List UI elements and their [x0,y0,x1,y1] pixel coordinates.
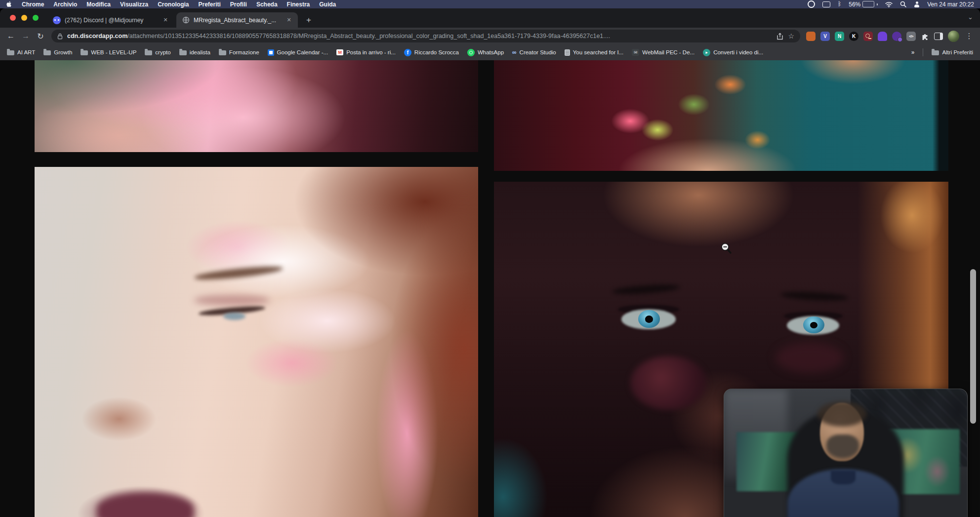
user-switch-icon[interactable] [914,1,920,7]
bookmark-label: Formazione [229,49,259,55]
v-extension-icon[interactable]: V [820,32,830,41]
right-eye-shape [787,316,839,335]
eyebrow-shape [780,290,849,302]
bookmark-folder-idealista[interactable]: idealista [179,49,210,55]
webcam-overlay [724,389,968,517]
bookmarks-overflow-chevron[interactable]: » [911,49,915,56]
facebook-icon: f [404,49,411,56]
whatsapp-icon [467,49,475,56]
bluetooth-icon[interactable]: ᛒ [838,0,841,8]
bookmark-gmail-inbox[interactable]: MPosta in arrivo - ri... [336,49,396,55]
menu-item-visualizza[interactable]: Visualizza [120,1,148,8]
other-bookmarks-folder[interactable]: Altri Preferiti [932,49,973,55]
zoom-window-button[interactable] [33,15,39,21]
spotlight-search-icon[interactable] [900,1,906,7]
profile-avatar[interactable] [948,31,959,42]
folder-icon [7,50,14,55]
bookmark-creator-studio[interactable]: ∞Creator Studio [512,49,556,55]
bookmark-facebook-profile[interactable]: fRiccardo Scrocca [404,49,459,56]
menu-item-cronologia[interactable]: Cronologia [158,1,189,8]
bookmark-folder-web-level-up[interactable]: WEB - LEVEL-UP [81,49,136,55]
reload-button[interactable]: ↻ [34,29,47,43]
code-extension-icon[interactable]: </> [906,32,916,41]
url-text[interactable]: cdn.discordapp.com/attachments/101351233… [67,33,772,40]
eyeshadow-shape [194,295,270,306]
midjourney-image-bottom-left-face-profile[interactable] [35,167,478,517]
share-icon[interactable] [776,33,783,40]
bookmark-label: Riccardo Scrocca [414,49,459,55]
battery-indicator[interactable]: 56% [849,1,878,8]
iris-shape [223,313,245,320]
menu-item-modifica[interactable]: Modifica [86,1,111,8]
bookmark-you-searched[interactable]: You searched for I... [565,49,624,56]
folder-icon [932,50,939,55]
n-extension-icon[interactable]: N [835,32,844,41]
toolbar: ← → ↻ cdn.discordapp.com/attachments/101… [0,28,980,44]
bookmark-folder-crypto[interactable]: crypto [145,49,170,55]
extensions-row: V N K </> ⋮ [806,31,974,42]
extensions-puzzle-icon[interactable] [921,32,929,40]
bookmark-folder-ai-art[interactable]: AI ART [7,49,35,55]
tab-image-active[interactable]: MRregista_Abstract_beauty._... ✕ [176,12,298,28]
close-window-button[interactable] [10,15,16,21]
menu-item-finestra[interactable]: Finestra [287,1,310,8]
bookmark-label: WebMail PEC - De... [642,49,694,55]
menubar-clock[interactable]: Ven 24 mar 20:22 [927,1,974,8]
tab-label: (2762) Discord | @Midjourney [65,17,158,24]
bookmark-label: You searched for I... [573,49,624,55]
tab-close-icon[interactable]: ✕ [285,16,293,24]
menu-item-profili[interactable]: Profili [230,1,247,8]
wifi-icon[interactable] [885,1,893,7]
lips-shape [97,492,195,517]
bookmark-folder-growth[interactable]: Growth [43,49,72,55]
webmail-icon: ✉ [632,49,639,56]
midjourney-image-top-left[interactable] [35,60,478,152]
page-icon [565,49,570,56]
bookmark-label: crypto [155,49,170,55]
record-icon[interactable] [808,0,815,8]
battery-tip [877,3,878,5]
display-mirroring-icon[interactable] [822,1,830,7]
tab-discord[interactable]: (2762) Discord | @Midjourney ✕ [47,12,174,28]
battery-percent: 56% [849,1,860,8]
scrollbar-thumb[interactable] [970,269,976,424]
k-extension-icon[interactable]: K [849,32,858,41]
menu-item-preferiti[interactable]: Preferiti [199,1,221,8]
eyebrow-shape [612,283,681,296]
bookmark-google-calendar[interactable]: Google Calendar -... [268,49,328,56]
bookmark-converti-video[interactable]: ▸Converti i video di... [703,49,763,56]
bookmark-label: AI ART [17,49,35,55]
bookmark-label: Posta in arrivo - ri... [346,49,396,55]
badge-extension-icon[interactable] [892,32,901,41]
side-panel-icon[interactable] [934,33,943,40]
eyelash-shape [199,305,265,317]
folder-icon [179,50,187,55]
bookmark-star-icon[interactable]: ☆ [788,32,794,40]
apple-logo-icon[interactable] [6,1,12,7]
forward-button[interactable]: → [19,29,33,43]
bookmark-folder-formazione[interactable]: Formazione [219,49,259,55]
lock-icon[interactable] [57,33,63,40]
menu-item-chrome[interactable]: Chrome [22,1,44,8]
minimize-window-button[interactable] [21,15,27,21]
midjourney-image-top-right[interactable] [494,60,948,171]
back-button[interactable]: ← [4,29,18,43]
tab-close-icon[interactable]: ✕ [162,16,169,24]
bookmark-whatsapp[interactable]: WhatsApp [467,49,504,56]
key-extension-icon[interactable] [863,32,873,41]
menu-item-scheda[interactable]: Scheda [256,1,278,8]
bookmarks-separator [923,48,923,56]
bookmark-webmail-pec[interactable]: ✉WebMail PEC - De... [632,49,694,56]
new-tab-button[interactable]: + [302,14,315,27]
address-bar[interactable]: cdn.discordapp.com/attachments/101351233… [51,30,800,42]
menu-item-archivio[interactable]: Archivio [53,1,77,8]
globe-favicon [182,16,190,24]
tab-search-chevron-icon[interactable]: ⌄ [968,13,973,21]
chrome-menu-icon[interactable]: ⋮ [964,32,974,40]
tab-strip: (2762) Discord | @Midjourney ✕ MRregista… [0,8,980,28]
ghost-extension-icon[interactable] [878,32,887,41]
bookmark-label: Converti i video di... [713,49,763,55]
window-controls [10,15,39,21]
orange-extension-icon[interactable] [806,32,816,41]
menu-item-guida[interactable]: Guida [319,1,336,8]
